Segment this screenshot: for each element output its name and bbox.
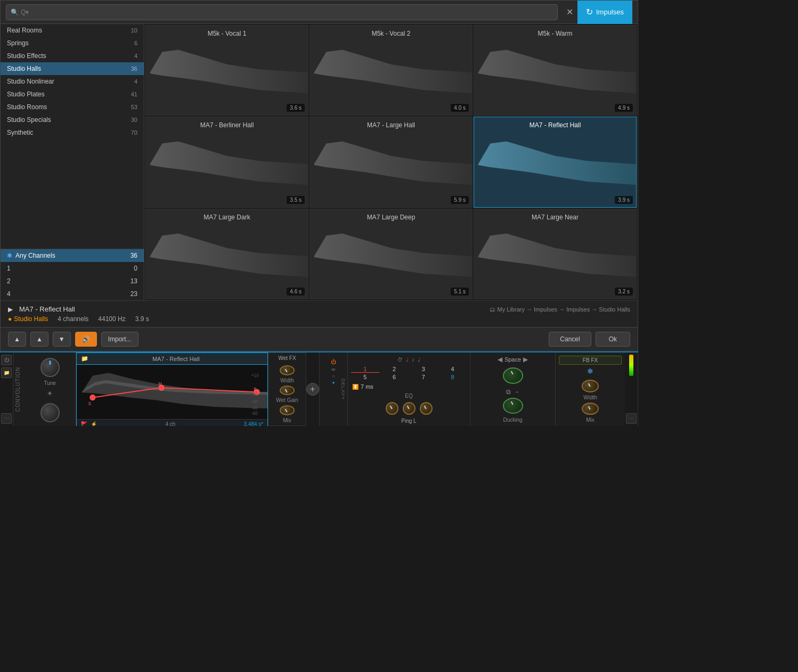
close-button[interactable]: ✕ bbox=[562, 5, 577, 19]
width-knob[interactable] bbox=[280, 365, 295, 375]
synth-panel: ⏻ 📁 ⋯ CONVOLUTION Tune ☀ Pre-delay 📁 MA7… bbox=[0, 351, 638, 426]
channel-item-2[interactable]: 213 bbox=[1, 275, 144, 288]
sidebar-item-real-rooms[interactable]: Real Rooms10 bbox=[1, 24, 144, 37]
impulse-card-3[interactable]: MA7 - Berliner Hall 3.5 s bbox=[145, 117, 308, 207]
prev-space-icon[interactable]: ◀ bbox=[498, 356, 502, 363]
breadcrumb: 🗂 My Library → Impulses → Impulses → Stu… bbox=[490, 306, 630, 313]
wet-gain-knob[interactable] bbox=[280, 386, 295, 396]
impulses-label: Impulses bbox=[596, 8, 624, 16]
category-tag[interactable]: ● Studio Halls bbox=[8, 315, 48, 323]
ping-label: Ping L bbox=[350, 417, 468, 424]
grid-icon[interactable]: ⋯ bbox=[1, 413, 12, 424]
beat-4[interactable]: 4 bbox=[438, 366, 467, 373]
ir-title: MA7 - Reflect Hall bbox=[88, 356, 263, 362]
collapse-button[interactable]: ▲ bbox=[8, 332, 26, 347]
impulse-card-8[interactable]: MA7 Large Near 3.2 s bbox=[474, 209, 637, 299]
fb-width-label: Width bbox=[583, 395, 597, 400]
sidebar-item-studio-specials[interactable]: Studio Specials30 bbox=[1, 113, 144, 126]
sidebar-item-label: Studio Halls bbox=[7, 65, 41, 72]
impulses-tab[interactable]: ↻ Impulses bbox=[577, 1, 632, 24]
sidebar-item-count: 4 bbox=[134, 78, 137, 85]
mix-knob-wet[interactable] bbox=[280, 405, 295, 415]
cancel-button[interactable]: Cancel bbox=[549, 332, 591, 347]
sidebar-item-springs[interactable]: Springs6 bbox=[1, 37, 144, 50]
breadcrumb-text: My Library → Impulses → Impulses → Studi… bbox=[498, 306, 630, 313]
sidebar-item-studio-rooms[interactable]: Studio Rooms53 bbox=[1, 101, 144, 113]
beat-3[interactable]: 3 bbox=[410, 366, 438, 373]
sidebar-item-studio-halls[interactable]: Studio Halls36 bbox=[1, 62, 144, 75]
fb-freeze-icon[interactable]: ❄ bbox=[587, 367, 593, 375]
next-space-icon[interactable]: ▶ bbox=[523, 356, 528, 363]
ir-body[interactable]: S M E +10 -10 -20 -40 -60 bbox=[77, 365, 267, 419]
circle-icon: ○ bbox=[332, 374, 335, 379]
beat-8[interactable]: 8 bbox=[438, 374, 467, 380]
sidebar-item-label: Studio Nonlinear bbox=[7, 78, 54, 85]
channel-item-1[interactable]: 10 bbox=[1, 262, 144, 275]
fb-width-knob[interactable] bbox=[582, 380, 599, 392]
add-fx-area: + bbox=[306, 353, 319, 426]
folder-icon[interactable]: 📁 bbox=[1, 367, 12, 378]
search-icon: 🔍 bbox=[11, 9, 19, 16]
beat-7[interactable]: 7 bbox=[410, 374, 438, 380]
ir-footer: 🚩 ⚡ 4 ch 3.484 s* bbox=[77, 419, 267, 426]
svg-text:+10: +10 bbox=[251, 373, 259, 378]
duration-info: 3.9 s bbox=[135, 315, 149, 323]
power-icon-delay[interactable]: ⏻ bbox=[331, 359, 336, 365]
channel-item-any-channels[interactable]: ✱Any Channels36 bbox=[1, 249, 144, 262]
delay-plus-section: ⏱ ♩ ♪ ♩ 1 2 3 4 5 6 7 8 ⏬ 7 ms EQ Ping L bbox=[348, 353, 470, 426]
convolution-label: CONVOLUTION bbox=[15, 367, 21, 412]
sidebar-item-studio-nonlinear[interactable]: Studio Nonlinear4 bbox=[1, 75, 144, 88]
eq-knob-3[interactable] bbox=[420, 402, 433, 415]
waveform bbox=[474, 133, 636, 195]
search-input[interactable] bbox=[21, 9, 553, 16]
card-time: 3.5 s bbox=[287, 196, 305, 204]
prev-button[interactable]: ▲ bbox=[30, 332, 48, 347]
channel-item-4[interactable]: 423 bbox=[1, 288, 144, 300]
impulse-card-0[interactable]: M5k - Vocal 1 3.6 s bbox=[145, 25, 308, 116]
ir-header: 📁 MA7 - Reflect Hall bbox=[77, 353, 267, 365]
impulse-card-1[interactable]: M5k - Vocal 2 4.0 s bbox=[310, 25, 473, 116]
eq-knob-1[interactable] bbox=[386, 402, 398, 415]
grid-area: M5k - Vocal 1 3.6 s M5k - Vocal 2 bbox=[144, 24, 638, 300]
power-icon[interactable]: ⏻ bbox=[1, 355, 12, 365]
card-label: MA7 Large Near bbox=[474, 214, 636, 221]
ir-folder-icon[interactable]: 📁 bbox=[81, 355, 88, 362]
space-knob-2[interactable] bbox=[503, 398, 523, 414]
sidebar-item-studio-effects[interactable]: Studio Effects4 bbox=[1, 50, 144, 62]
beat-2[interactable]: 2 bbox=[380, 366, 409, 373]
play-icon[interactable]: ▶ bbox=[8, 306, 13, 313]
sidebar-item-count: 53 bbox=[131, 104, 137, 110]
ir-flag-icon: 🚩 bbox=[81, 421, 87, 426]
impulse-card-5[interactable]: MA7 - Reflect Hall 3.9 s bbox=[474, 117, 637, 207]
fb-mix-knob[interactable] bbox=[582, 403, 599, 415]
predelay-knob[interactable] bbox=[40, 403, 60, 422]
eq-knob-2[interactable] bbox=[403, 402, 416, 415]
impulse-card-4[interactable]: MA7 - Large Hall 5.9 s bbox=[310, 117, 473, 207]
ok-button[interactable]: Ok bbox=[596, 332, 630, 347]
impulse-card-2[interactable]: M5k - Warm 4.9 s bbox=[474, 25, 637, 116]
search-box[interactable]: 🔍 bbox=[6, 4, 558, 20]
add-fx-button[interactable]: + bbox=[306, 383, 319, 396]
play-button[interactable]: 🔊 bbox=[75, 332, 97, 347]
svg-text:-40: -40 bbox=[251, 406, 258, 411]
sidebar-item-studio-plates[interactable]: Studio Plates41 bbox=[1, 88, 144, 101]
beat-1[interactable]: 1 bbox=[351, 366, 379, 373]
beat-6[interactable]: 6 bbox=[380, 374, 409, 380]
info-bar-bottom: ● Studio Halls 4 channels 44100 Hz 3.9 s bbox=[8, 315, 630, 323]
grid-icon-right[interactable]: ⋯ bbox=[626, 413, 637, 424]
impulse-card-7[interactable]: MA7 Large Deep 5.1 s bbox=[310, 209, 473, 299]
channels-section: ✱Any Channels3610213423 bbox=[1, 249, 144, 300]
import-button[interactable]: Import... bbox=[101, 332, 139, 347]
copy-icon[interactable]: ⧉ bbox=[506, 388, 511, 396]
space-knob-1[interactable] bbox=[503, 367, 523, 384]
sidebar-item-synthetic[interactable]: Synthetic70 bbox=[1, 126, 144, 139]
next-button[interactable]: ▼ bbox=[53, 332, 71, 347]
beat-5[interactable]: 5 bbox=[351, 374, 379, 380]
tune-knob[interactable] bbox=[40, 358, 60, 377]
card-label: MA7 - Berliner Hall bbox=[146, 121, 308, 129]
wet-fx-section: Wet FX Width Wet Gain Mix bbox=[268, 353, 306, 426]
card-label: MA7 Large Deep bbox=[310, 214, 472, 221]
right-side-icons: ⋯ bbox=[625, 353, 638, 426]
impulse-card-6[interactable]: MA7 Large Dark 4.6 s bbox=[145, 209, 308, 299]
card-time: 4.9 s bbox=[615, 104, 633, 112]
